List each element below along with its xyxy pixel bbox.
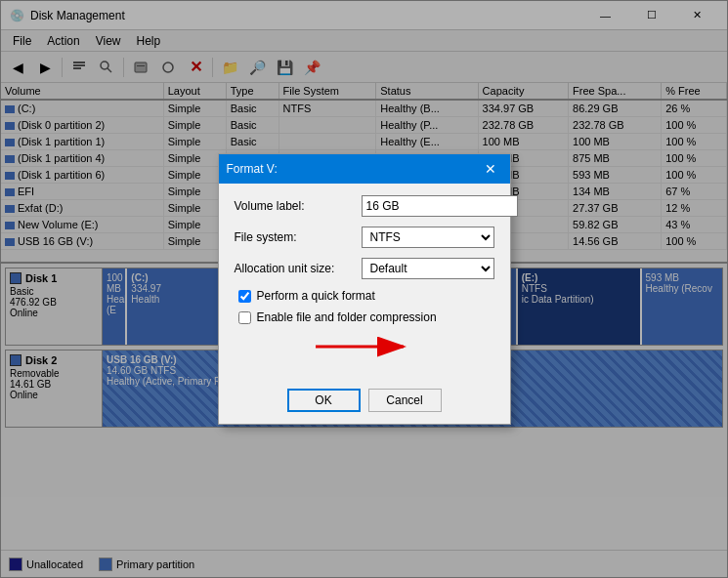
file-system-select[interactable]: NTFS FAT32 exFAT [362, 227, 494, 248]
modal-title: Format V: [227, 162, 479, 176]
volume-label-text: Volume label: [235, 199, 362, 213]
quick-format-label[interactable]: Perform a quick format [257, 289, 375, 303]
ok-button[interactable]: OK [287, 389, 361, 412]
modal-footer: OK Cancel [219, 381, 510, 424]
allocation-row: Allocation unit size: Default 512 1024 2… [235, 258, 494, 279]
volume-label-row: Volume label: [235, 195, 494, 217]
allocation-label-text: Allocation unit size: [235, 262, 362, 275]
ok-arrow [306, 332, 423, 361]
modal-title-bar: Format V: ✕ [219, 154, 510, 184]
modal-close-button[interactable]: ✕ [479, 157, 502, 181]
allocation-select[interactable]: Default 512 1024 2048 4096 [362, 258, 494, 279]
compression-row: Enable file and folder compression [235, 310, 494, 324]
quick-format-row: Perform a quick format [235, 289, 494, 303]
file-system-row: File system: NTFS FAT32 exFAT [235, 227, 494, 248]
cancel-button[interactable]: Cancel [368, 389, 442, 412]
format-dialog: Format V: ✕ Volume label: File system: N… [218, 153, 511, 425]
volume-label-input[interactable] [362, 195, 518, 217]
file-system-label-text: File system: [235, 230, 362, 244]
modal-body: Volume label: File system: NTFS FAT32 ex… [219, 184, 510, 381]
quick-format-checkbox[interactable] [238, 290, 251, 303]
compression-label[interactable]: Enable file and folder compression [257, 310, 437, 324]
modal-overlay: Format V: ✕ Volume label: File system: N… [0, 0, 728, 578]
arrow-container [235, 332, 494, 361]
compression-checkbox[interactable] [238, 311, 251, 324]
